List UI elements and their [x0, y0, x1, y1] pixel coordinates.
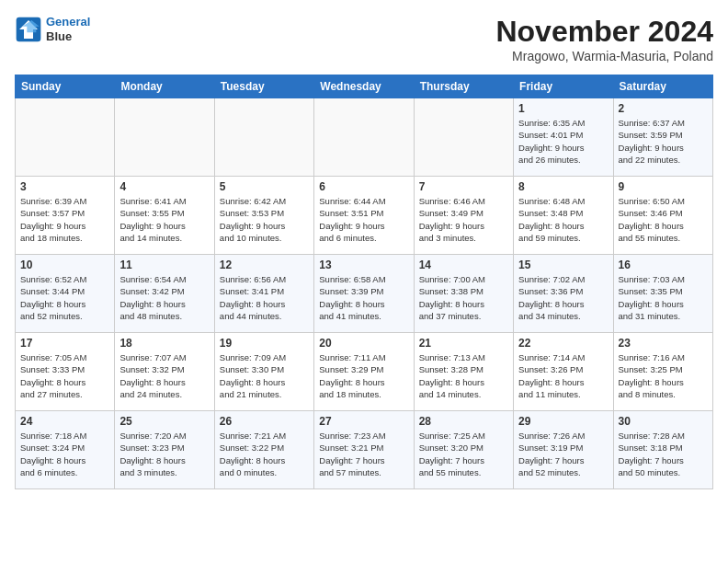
day-number: 4	[119, 180, 209, 193]
day-info: Sunrise: 7:05 AM Sunset: 3:33 PM Dayligh…	[20, 351, 109, 400]
calendar-day-1: 1Sunrise: 6:35 AM Sunset: 4:01 PM Daylig…	[514, 98, 613, 177]
calendar-day-16: 16Sunrise: 7:03 AM Sunset: 3:35 PM Dayli…	[613, 255, 712, 333]
weekday-header-saturday: Saturday	[613, 75, 712, 98]
day-info: Sunrise: 6:42 AM Sunset: 3:53 PM Dayligh…	[220, 195, 309, 244]
weekday-header-monday: Monday	[115, 75, 214, 98]
calendar-day-11: 11Sunrise: 6:54 AM Sunset: 3:42 PM Dayli…	[115, 255, 214, 333]
calendar-day-6: 6Sunrise: 6:44 AM Sunset: 3:51 PM Daylig…	[314, 177, 414, 255]
day-number: 17	[20, 337, 109, 350]
month-title: November 2024	[495, 15, 713, 49]
day-number: 2	[619, 102, 708, 115]
logo-icon	[15, 16, 42, 43]
day-number: 8	[518, 180, 608, 193]
calendar-day-9: 9Sunrise: 6:50 AM Sunset: 3:46 PM Daylig…	[613, 177, 712, 255]
calendar-day-3: 3Sunrise: 6:39 AM Sunset: 3:57 PM Daylig…	[16, 177, 115, 255]
calendar-day-28: 28Sunrise: 7:25 AM Sunset: 3:20 PM Dayli…	[414, 411, 513, 489]
calendar-day-24: 24Sunrise: 7:18 AM Sunset: 3:24 PM Dayli…	[16, 411, 115, 489]
day-info: Sunrise: 6:44 AM Sunset: 3:51 PM Dayligh…	[319, 195, 408, 244]
calendar-day-29: 29Sunrise: 7:26 AM Sunset: 3:19 PM Dayli…	[514, 411, 613, 489]
day-number: 9	[619, 180, 708, 193]
day-number: 20	[319, 337, 408, 350]
day-info: Sunrise: 7:00 AM Sunset: 3:38 PM Dayligh…	[419, 273, 508, 322]
day-info: Sunrise: 7:23 AM Sunset: 3:21 PM Dayligh…	[319, 430, 408, 478]
calendar-day-12: 12Sunrise: 6:56 AM Sunset: 3:41 PM Dayli…	[214, 255, 313, 333]
calendar-week-row: 17Sunrise: 7:05 AM Sunset: 3:33 PM Dayli…	[16, 333, 713, 411]
day-info: Sunrise: 7:20 AM Sunset: 3:23 PM Dayligh…	[119, 430, 209, 478]
calendar-day-5: 5Sunrise: 6:42 AM Sunset: 3:53 PM Daylig…	[214, 177, 313, 255]
calendar-day-empty	[214, 98, 313, 177]
day-info: Sunrise: 7:25 AM Sunset: 3:20 PM Dayligh…	[419, 430, 508, 478]
calendar-day-15: 15Sunrise: 7:02 AM Sunset: 3:36 PM Dayli…	[514, 255, 613, 333]
calendar-day-30: 30Sunrise: 7:28 AM Sunset: 3:18 PM Dayli…	[613, 411, 712, 489]
day-number: 5	[220, 180, 309, 193]
calendar-day-empty	[414, 98, 513, 177]
location: Mragowo, Warmia-Masuria, Poland	[495, 49, 713, 63]
calendar-day-19: 19Sunrise: 7:09 AM Sunset: 3:30 PM Dayli…	[214, 333, 313, 411]
calendar-day-20: 20Sunrise: 7:11 AM Sunset: 3:29 PM Dayli…	[314, 333, 414, 411]
calendar-day-23: 23Sunrise: 7:16 AM Sunset: 3:25 PM Dayli…	[613, 333, 712, 411]
calendar-day-8: 8Sunrise: 6:48 AM Sunset: 3:48 PM Daylig…	[514, 177, 613, 255]
day-number: 24	[20, 415, 109, 428]
day-info: Sunrise: 6:50 AM Sunset: 3:46 PM Dayligh…	[619, 195, 708, 244]
calendar-day-4: 4Sunrise: 6:41 AM Sunset: 3:55 PM Daylig…	[115, 177, 214, 255]
day-number: 19	[220, 337, 309, 350]
day-info: Sunrise: 7:14 AM Sunset: 3:26 PM Dayligh…	[518, 351, 608, 400]
day-number: 13	[319, 259, 408, 271]
calendar-body: 1Sunrise: 6:35 AM Sunset: 4:01 PM Daylig…	[16, 98, 713, 489]
calendar-week-row: 3Sunrise: 6:39 AM Sunset: 3:57 PM Daylig…	[16, 177, 713, 255]
day-number: 28	[419, 415, 508, 428]
day-info: Sunrise: 6:39 AM Sunset: 3:57 PM Dayligh…	[20, 195, 109, 244]
day-number: 26	[220, 415, 309, 428]
calendar-table: SundayMondayTuesdayWednesdayThursdayFrid…	[15, 75, 713, 489]
calendar-day-2: 2Sunrise: 6:37 AM Sunset: 3:59 PM Daylig…	[613, 98, 712, 177]
calendar-header-row: SundayMondayTuesdayWednesdayThursdayFrid…	[16, 75, 713, 98]
calendar-day-27: 27Sunrise: 7:23 AM Sunset: 3:21 PM Dayli…	[314, 411, 414, 489]
weekday-header-wednesday: Wednesday	[314, 75, 414, 98]
day-number: 15	[518, 259, 608, 271]
calendar-day-empty	[314, 98, 414, 177]
day-number: 22	[518, 337, 608, 350]
day-number: 27	[319, 415, 408, 428]
logo: General Blue	[15, 15, 90, 43]
day-info: Sunrise: 7:21 AM Sunset: 3:22 PM Dayligh…	[220, 430, 309, 478]
calendar-week-row: 24Sunrise: 7:18 AM Sunset: 3:24 PM Dayli…	[16, 411, 713, 489]
calendar-day-25: 25Sunrise: 7:20 AM Sunset: 3:23 PM Dayli…	[115, 411, 214, 489]
day-info: Sunrise: 6:35 AM Sunset: 4:01 PM Dayligh…	[518, 117, 608, 166]
calendar-day-7: 7Sunrise: 6:46 AM Sunset: 3:49 PM Daylig…	[414, 177, 513, 255]
calendar-day-17: 17Sunrise: 7:05 AM Sunset: 3:33 PM Dayli…	[16, 333, 115, 411]
day-number: 1	[518, 102, 608, 115]
day-info: Sunrise: 7:02 AM Sunset: 3:36 PM Dayligh…	[518, 273, 608, 322]
calendar-day-10: 10Sunrise: 6:52 AM Sunset: 3:44 PM Dayli…	[16, 255, 115, 333]
day-number: 7	[419, 180, 508, 193]
day-number: 18	[119, 337, 209, 350]
day-info: Sunrise: 7:03 AM Sunset: 3:35 PM Dayligh…	[619, 273, 708, 322]
page-header: General Blue November 2024 Mragowo, Warm…	[15, 15, 713, 63]
logo-text: General Blue	[46, 15, 90, 43]
weekday-header-thursday: Thursday	[414, 75, 513, 98]
day-info: Sunrise: 6:56 AM Sunset: 3:41 PM Dayligh…	[220, 273, 309, 322]
day-number: 21	[419, 337, 508, 350]
day-number: 16	[619, 259, 708, 271]
day-info: Sunrise: 7:18 AM Sunset: 3:24 PM Dayligh…	[20, 430, 109, 478]
calendar-day-21: 21Sunrise: 7:13 AM Sunset: 3:28 PM Dayli…	[414, 333, 513, 411]
weekday-header-sunday: Sunday	[16, 75, 115, 98]
calendar-day-22: 22Sunrise: 7:14 AM Sunset: 3:26 PM Dayli…	[514, 333, 613, 411]
day-number: 11	[119, 259, 209, 271]
day-info: Sunrise: 6:41 AM Sunset: 3:55 PM Dayligh…	[119, 195, 209, 244]
day-number: 14	[419, 259, 508, 271]
day-info: Sunrise: 6:52 AM Sunset: 3:44 PM Dayligh…	[20, 273, 109, 322]
day-info: Sunrise: 6:58 AM Sunset: 3:39 PM Dayligh…	[319, 273, 408, 322]
calendar-day-14: 14Sunrise: 7:00 AM Sunset: 3:38 PM Dayli…	[414, 255, 513, 333]
day-info: Sunrise: 7:26 AM Sunset: 3:19 PM Dayligh…	[518, 430, 608, 478]
weekday-header-tuesday: Tuesday	[214, 75, 313, 98]
weekday-header-friday: Friday	[514, 75, 613, 98]
day-number: 25	[119, 415, 209, 428]
day-info: Sunrise: 6:37 AM Sunset: 3:59 PM Dayligh…	[619, 117, 708, 166]
day-info: Sunrise: 6:54 AM Sunset: 3:42 PM Dayligh…	[119, 273, 209, 322]
calendar-day-empty	[16, 98, 115, 177]
calendar-day-empty	[115, 98, 214, 177]
day-number: 10	[20, 259, 109, 271]
calendar-day-26: 26Sunrise: 7:21 AM Sunset: 3:22 PM Dayli…	[214, 411, 313, 489]
calendar-week-row: 10Sunrise: 6:52 AM Sunset: 3:44 PM Dayli…	[16, 255, 713, 333]
day-info: Sunrise: 7:07 AM Sunset: 3:32 PM Dayligh…	[119, 351, 209, 400]
